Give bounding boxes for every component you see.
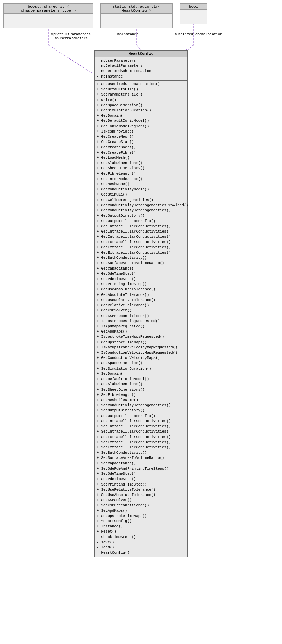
method-38: + GetPrintingTimeStep() [97,282,185,287]
box-shared-ptr-title: boost::shared_ptr< chaste_parameters_typ… [4,4,93,14]
box-shared-ptr: boost::shared_ptr< chaste_parameters_typ… [3,3,93,28]
method-23: + GetConductivityHeterogeneitiesProvided… [97,203,185,208]
method-85: + Reset() [97,529,185,534]
method-18: + GetInterNodeSpace() [97,176,185,182]
method-34: + GetSurfaceAreaToVolumeRatio() [97,261,185,266]
method-55: + SetDomain() [97,371,185,377]
method-84: + Instance() [97,524,185,529]
field-mUseFixedSchemaLocation: - mUseFixedSchemaLocation [97,69,185,74]
method-86: - CheckTimeSteps() [97,535,185,540]
method-71: + SetSurfaceAreaToVolumeRatio() [97,455,185,461]
method-52: + GetConductionVelocityMaps() [97,355,185,361]
method-54: + SetSimulationDuration() [97,366,185,371]
method-87: - save() [97,540,185,545]
method-65: + SetIntracellularConductivities() [97,424,185,429]
method-45: + IsPostProcessingRequested() [97,319,185,324]
method-44: + GetKSPPreconditioner() [97,314,185,319]
method-70: + SetBathConductivity() [97,450,185,455]
diagram-container: boost::shared_ptr< chaste_parameters_typ… [0,0,282,644]
method-89: - HeartConfig() [97,550,185,555]
method-36: + GetOdeTimeStep() [97,271,185,276]
method-77: + SetUseRelativeTolerance() [97,487,185,492]
svg-line-5 [188,45,194,50]
method-66: + SetIntracellularConductivities() [97,429,185,434]
method-33: + GetBathConductivity() [97,255,185,261]
method-88: - load() [97,545,185,550]
label-mpUserParameters: mpUserParameters [55,37,88,40]
method-0: + SetUseFixedSchemaLocation() [97,82,185,87]
method-19: + GetMeshName() [97,182,185,187]
method-28: + GetIntracellularConductivities() [97,229,185,234]
method-82: + SetUpstrokeTimeMaps() [97,514,185,519]
box-shared-ptr-body [4,14,93,28]
method-10: + GetCreateMesh() [97,134,185,139]
field-mpInstance: - mpInstance [97,74,185,79]
method-60: + SetMeshFileName() [97,398,185,403]
method-50: + IsMaxUpstrokeVelocityMapRequested() [97,345,185,350]
method-58: + SetSheetDimensions() [97,387,185,392]
method-31: + GetExtracellularConductivities() [97,245,185,250]
method-51: + IsConductionVelocityMapsRequested() [97,350,185,355]
method-76: + SetPrintingTimeStep() [97,482,185,487]
box-bool: bool [180,3,207,24]
method-81: + SetApdMaps() [97,508,185,514]
method-56: + SetDefaultIonicModel() [97,377,185,382]
box-bool-body [180,10,207,24]
method-27: + GetIntracellularConductivities() [97,224,185,229]
method-2: + SetParametersFile() [97,92,185,97]
method-11: + GetCreateSlab() [97,139,185,145]
method-83: + ~HeartConfig() [97,519,185,524]
method-12: + GetCreateSheet() [97,145,185,150]
method-37: + GetPdeTimeStep() [97,276,185,282]
heart-config-methods: + SetUseFixedSchemaLocation() + SetDefau… [95,81,187,557]
method-63: + SetOutputFilenamePrefix() [97,414,185,419]
method-1: + SetDefaultsFile() [97,87,185,92]
method-25: + GetOutputDirectory() [97,213,185,218]
heart-config-title: HeartConfig [95,51,187,57]
method-16: + GetSheetDimensions() [97,166,185,171]
method-47: + GetApdMaps() [97,329,185,334]
method-61: + SetConductivityHeterogeneities() [97,403,185,408]
method-41: + GetUseRelativeTolerance() [97,298,185,303]
method-4: + GetSpaceDimension() [97,103,185,108]
method-49: + GetUpstrokeTimeMaps() [97,340,185,345]
method-78: + SetUseAbsoluteTolerance() [97,492,185,498]
method-74: + SetOdeTimeStep() [97,471,185,477]
method-30: + GetExtracellularConductivities() [97,239,185,245]
method-75: + SetPdeTimeStep() [97,477,185,482]
svg-line-3 [137,45,141,50]
method-40: + GetAbsoluteTolerance() [97,292,185,298]
method-67: + SetExtracellularConductivities() [97,435,185,440]
method-80: + SetKSPPreconditioner() [97,503,185,508]
method-64: + SetIntracellularConductivities() [97,419,185,424]
box-auto-ptr-title: static std::auto_ptr< HeartConfig > [101,4,172,14]
method-26: + GetOutputFilenamePrefix() [97,219,185,224]
method-7: + GetDefaultIonicModel() [97,118,185,124]
method-13: + GetCreateFibre() [97,150,185,155]
label-mUseFixedSchemaLocation: mUseFixedSchemaLocation [175,33,222,36]
svg-line-1 [48,45,97,76]
method-32: + GetExtracellularConductivities() [97,250,185,255]
method-39: + GetUseAbsoluteTolerance() [97,287,185,292]
method-9: + IsMeshProvided() [97,129,185,134]
box-auto-ptr: static std::auto_ptr< HeartConfig > [100,3,173,28]
method-62: + SetOutputDirectory() [97,408,185,413]
method-29: + GetIntracellularConductivities() [97,234,185,239]
method-68: + SetExtracellularConductivities() [97,440,185,445]
method-43: + GetKSPSolver() [97,308,185,313]
method-5: + GetSimulationDuration() [97,108,185,113]
method-42: + GetRelativeTolerance() [97,303,185,308]
method-46: + IsApdMapsRequested() [97,324,185,329]
method-73: + SetOdePdeAndPrintingTimeSteps() [97,466,185,471]
box-bool-title: bool [180,4,207,10]
method-53: + SetSpaceDimension() [97,361,185,366]
method-24: + GetConductivityHeterogeneities() [97,208,185,213]
label-mpInstance: mpInstance [118,33,138,36]
method-57: + SetSlabDimensions() [97,382,185,387]
method-15: + GetSlabDimensions() [97,161,185,166]
method-3: + Write() [97,98,185,103]
method-21: + GetStimuli() [97,192,185,197]
method-8: + GetIonicModelRegions() [97,124,185,129]
method-20: + GetConductivityMedia() [97,187,185,192]
label-mpDefaultParameters: mpDefaultParameters [51,33,91,36]
